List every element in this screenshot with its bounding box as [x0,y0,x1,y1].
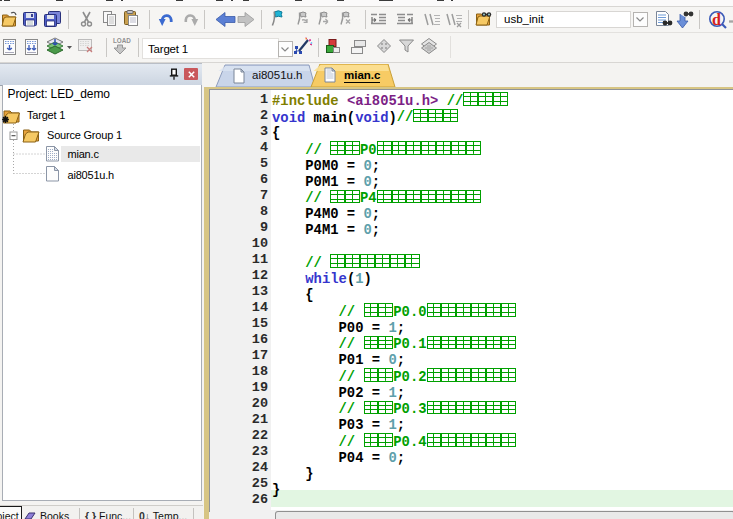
svg-text:LOAD: LOAD [113,37,131,44]
svg-text:d: d [712,11,721,28]
